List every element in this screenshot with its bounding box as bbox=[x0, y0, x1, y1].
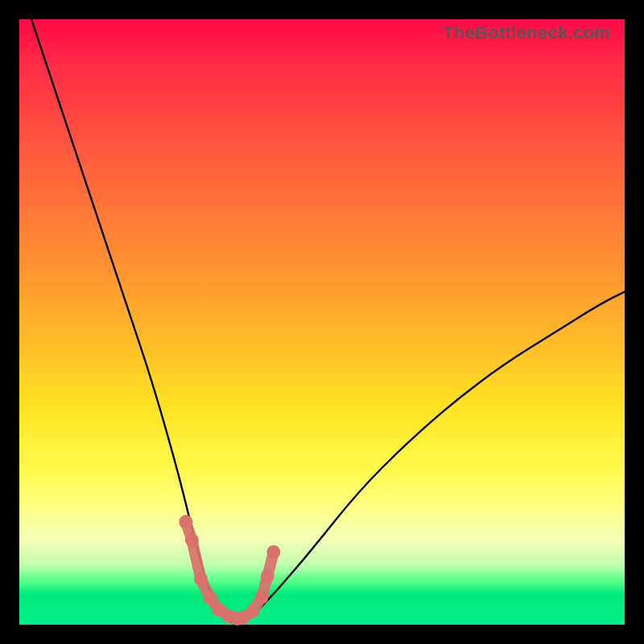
trough-dot bbox=[254, 591, 268, 605]
trough-dot bbox=[194, 572, 208, 586]
chart-frame: TheBottleneck.com bbox=[0, 0, 644, 644]
trough-dot bbox=[266, 545, 280, 559]
chart-svg bbox=[19, 19, 625, 625]
trough-dot bbox=[246, 605, 259, 618]
bottleneck-curve bbox=[31, 19, 625, 623]
trough-dot bbox=[179, 515, 192, 529]
chart-plot-area: TheBottleneck.com bbox=[19, 19, 625, 625]
trough-dot bbox=[261, 569, 275, 583]
trough-dot bbox=[185, 533, 199, 547]
trough-dot bbox=[203, 591, 217, 605]
trough-markers bbox=[179, 515, 280, 625]
